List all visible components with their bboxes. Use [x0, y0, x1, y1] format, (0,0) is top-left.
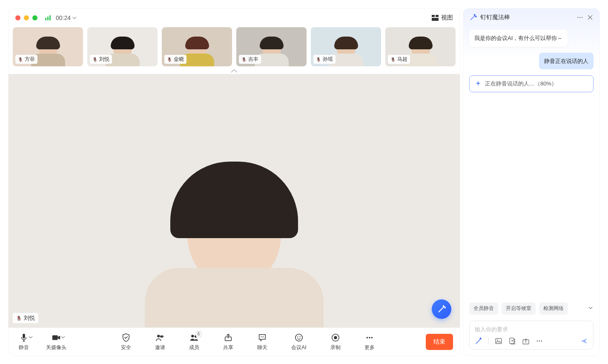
ai-label: 会议AI [291, 344, 306, 351]
composer-image-button[interactable] [495, 337, 502, 345]
svg-point-24 [497, 340, 498, 341]
mic-muted-icon [92, 57, 98, 62]
chevron-down-icon [72, 16, 77, 20]
sidebar-close-button[interactable] [587, 14, 594, 21]
minimize-window[interactable] [24, 15, 29, 20]
window-controls[interactable] [15, 15, 37, 20]
camera-button[interactable]: 关摄像头 [43, 332, 70, 351]
invite-label: 邀请 [155, 344, 165, 351]
camera-options-chevron[interactable] [61, 335, 65, 341]
svg-point-16 [334, 336, 337, 339]
share-button[interactable]: 共享 [220, 332, 237, 351]
svg-point-27 [537, 341, 538, 342]
sidebar-header: 钉钉魔法棒 [463, 9, 599, 26]
timer-value: 00:24 [56, 14, 71, 21]
svg-rect-1 [436, 15, 439, 17]
svg-point-20 [577, 17, 579, 18]
svg-point-22 [582, 17, 583, 18]
meeting-timer[interactable]: 00:24 [56, 14, 77, 21]
share-label: 共享 [223, 344, 233, 351]
wand-icon [437, 304, 446, 314]
ai-input-composer [469, 321, 594, 350]
wand-icon [469, 14, 477, 21]
participant-thumbnail[interactable]: 金晓 [162, 27, 232, 66]
participant-name: 孙瑶 [323, 56, 333, 63]
speaker-name-tag: 刘悦 [13, 313, 38, 323]
composer-wand-button[interactable] [475, 337, 482, 345]
maximize-window[interactable] [32, 15, 37, 20]
mute-button[interactable]: 静音 [15, 332, 32, 351]
security-button[interactable]: 安全 [118, 332, 135, 351]
participant-name-tag: 马超 [388, 55, 410, 64]
view-label: 视图 [441, 14, 453, 22]
progress-text: 正在静音说话的人…（80%） [485, 80, 557, 88]
participant-thumbnail[interactable]: 孙瑶 [311, 27, 381, 66]
ai-chat-area: 我是你的会议AI，有什么可以帮你～ 静音正在说话的人 正在静音说话的人…（80%… [463, 26, 599, 299]
participant-name-tag: 吉丰 [239, 55, 261, 64]
invite-button[interactable]: 邀请 [152, 332, 169, 351]
mic-muted-icon [390, 57, 396, 62]
mute-label: 静音 [19, 344, 29, 351]
user-message: 静音正在说话的人 [539, 53, 594, 70]
svg-point-6 [191, 335, 194, 337]
view-layout-button[interactable]: 视图 [432, 14, 453, 22]
speaker-name: 刘悦 [24, 314, 35, 322]
svg-point-4 [157, 335, 160, 337]
ai-button[interactable]: 会议AI [288, 332, 310, 351]
svg-point-9 [261, 336, 262, 337]
svg-point-14 [300, 336, 301, 337]
suggestion-chip[interactable]: 全员静音 [469, 302, 498, 315]
participant-thumbnail[interactable]: 方菲 [13, 27, 83, 66]
members-count-badge: 6 [196, 331, 202, 337]
speaker-avatar [9, 74, 460, 327]
composer-upload-button[interactable] [522, 337, 530, 345]
invite-icon [155, 333, 165, 342]
more-button[interactable]: 更多 [361, 332, 378, 351]
collapse-thumbnails[interactable] [9, 68, 460, 74]
grid-icon [432, 14, 439, 21]
svg-point-21 [579, 17, 581, 18]
microphone-icon [19, 333, 29, 342]
chat-button[interactable]: 聊天 [254, 332, 271, 351]
sidebar-title: 钉钉魔法棒 [480, 14, 510, 21]
chevron-up-icon [230, 69, 238, 73]
end-meeting-button[interactable]: 结束 [426, 334, 453, 350]
participant-thumbnail[interactable]: 马超 [385, 27, 456, 66]
send-button[interactable] [580, 337, 588, 345]
top-bar: 00:24 视图 [9, 9, 460, 27]
ai-prompt-input[interactable] [475, 326, 588, 333]
svg-point-13 [297, 336, 298, 337]
security-label: 安全 [121, 344, 131, 351]
mic-muted-icon [18, 57, 23, 62]
participant-name-tag: 刘悦 [90, 55, 112, 64]
svg-rect-3 [52, 336, 58, 340]
suggestion-chip[interactable]: 检测网络 [539, 302, 568, 315]
svg-rect-0 [432, 15, 435, 17]
mute-options-chevron[interactable] [29, 335, 33, 341]
svg-rect-2 [432, 18, 439, 21]
close-window[interactable] [15, 15, 20, 20]
suggestion-chip[interactable]: 开启等候室 [502, 302, 536, 315]
camera-label: 关摄像头 [46, 344, 66, 351]
shield-icon [121, 333, 131, 342]
chips-expand-button[interactable] [588, 305, 594, 313]
participant-thumbnail[interactable]: 刘悦 [87, 27, 158, 66]
participant-name-tag: 孙瑶 [313, 55, 336, 64]
meeting-main-area: 00:24 视图 方菲 刘悦 [9, 9, 460, 355]
sparkle-icon [475, 80, 482, 87]
members-button[interactable]: 6 成员 [186, 332, 203, 351]
members-label: 成员 [189, 344, 199, 351]
record-button[interactable]: 录制 [327, 332, 344, 351]
sidebar-more-button[interactable] [576, 14, 583, 21]
ai-assistant-fab[interactable] [432, 299, 451, 319]
participant-thumbnails: 方菲 刘悦 金晓 吉丰 [9, 27, 460, 68]
suggestion-chips: 全员静音开启等候室检测网络 [463, 299, 599, 318]
participant-name: 马超 [397, 56, 407, 63]
svg-point-28 [539, 341, 540, 342]
camera-icon [52, 333, 61, 342]
mic-muted-icon [316, 57, 321, 62]
participant-thumbnail[interactable]: 吉丰 [236, 27, 307, 66]
active-speaker-view: 刘悦 [9, 74, 460, 327]
composer-more-button[interactable] [536, 337, 543, 345]
composer-attach-button[interactable] [508, 337, 516, 345]
